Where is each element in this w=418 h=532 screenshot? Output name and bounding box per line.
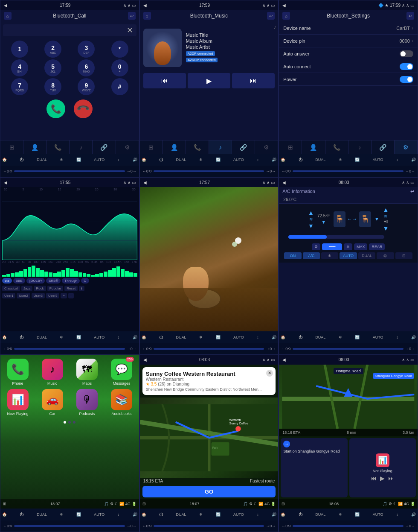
- c5-fan[interactable]: 🔄: [216, 335, 221, 339]
- c4-vol[interactable]: 🔊: [133, 335, 137, 339]
- back-arrow-5[interactable]: ◀: [143, 180, 147, 185]
- nav-apps-3[interactable]: ⊞: [279, 140, 302, 154]
- c7-vent[interactable]: ↕: [118, 512, 120, 517]
- c3-fan[interactable]: 🔄: [355, 158, 360, 162]
- app-maps[interactable]: 🗺 Maps: [71, 359, 102, 386]
- c9-vent[interactable]: ↕: [396, 512, 398, 517]
- c6-vol[interactable]: 🔊: [411, 335, 416, 339]
- next-btn[interactable]: ⏭: [232, 73, 275, 88]
- auto-answer-toggle[interactable]: [400, 50, 413, 57]
- mode-popular[interactable]: Popular: [47, 286, 64, 291]
- dial-6[interactable]: 6MNO: [78, 59, 95, 76]
- nav-phone-2[interactable]: 📞: [186, 140, 209, 154]
- dial-1[interactable]: 1: [11, 41, 28, 58]
- c6-vent[interactable]: ↕: [396, 335, 398, 339]
- mode-rock[interactable]: Rock: [34, 286, 46, 291]
- c9-ac[interactable]: ❄: [339, 512, 342, 517]
- mode-classical[interactable]: Classical: [2, 286, 20, 291]
- c2-ac[interactable]: ❄: [199, 158, 203, 162]
- nav-link[interactable]: 🔗: [93, 140, 116, 154]
- np-prev[interactable]: ⏮: [371, 475, 377, 482]
- mode-remove[interactable]: -: [68, 293, 74, 298]
- dial-8[interactable]: 8TUV: [44, 78, 61, 95]
- c8-ac[interactable]: ❄: [199, 512, 203, 517]
- nav-close-btn[interactable]: ✕: [266, 370, 273, 377]
- c2-vent[interactable]: ↕: [257, 158, 259, 162]
- c7-fan[interactable]: 🔄: [76, 512, 81, 517]
- climate-ac[interactable]: ❄: [60, 158, 63, 162]
- nav-grid-icon[interactable]: ⊞: [142, 502, 146, 506]
- mode-info[interactable]: ℹ: [79, 286, 84, 291]
- c8-fan[interactable]: 🔄: [216, 512, 221, 517]
- app-nowplaying[interactable]: 📊 Now Playing: [2, 389, 33, 416]
- nav-apps[interactable]: ⊞: [0, 140, 23, 154]
- device-name-row[interactable]: Device name CarBT ›: [279, 22, 418, 35]
- nav-settings-3[interactable]: ⚙: [395, 140, 418, 154]
- preset-through[interactable]: Through: [62, 278, 80, 284]
- climate-home[interactable]: 🏠: [2, 158, 7, 162]
- back-arrow-6[interactable]: ◀: [282, 180, 286, 185]
- c8-vent[interactable]: ↕: [257, 512, 259, 517]
- map-view[interactable]: Sunny Coffee Western Park: [140, 398, 279, 478]
- hangup-btn[interactable]: 📞: [70, 96, 96, 122]
- c3-power[interactable]: ⏻: [299, 158, 302, 162]
- app-podcasts[interactable]: 🎙 Podcasts: [71, 389, 102, 416]
- c9-power[interactable]: ⏻: [299, 512, 302, 517]
- c2-power[interactable]: ⏻: [159, 158, 163, 162]
- ac-auto-btn[interactable]: AUTO: [340, 252, 357, 259]
- dial-2[interactable]: 2ABC: [44, 41, 61, 58]
- c3-home[interactable]: 🏠: [281, 158, 285, 162]
- nav-music[interactable]: ♪: [70, 140, 93, 154]
- c8-power[interactable]: ⏻: [159, 512, 163, 517]
- temp-slider[interactable]: [14, 170, 125, 172]
- c5-power[interactable]: ⏻: [159, 335, 163, 339]
- device-pin-row[interactable]: Device pin 0000 ›: [279, 35, 418, 47]
- nav-settings-2[interactable]: ⚙: [255, 140, 278, 154]
- c8-home[interactable]: 🏠: [142, 512, 146, 517]
- c4-home[interactable]: 🏠: [2, 335, 7, 339]
- dial-3[interactable]: 3DEF: [78, 41, 95, 58]
- c6-home[interactable]: 🏠: [281, 335, 285, 339]
- mode-user3[interactable]: User3: [32, 293, 45, 298]
- back-arrow-4[interactable]: ◀: [4, 180, 7, 185]
- c7-home[interactable]: 🏠: [2, 512, 7, 517]
- home-btn-3[interactable]: ⌂: [282, 12, 290, 20]
- video-content[interactable]: [140, 187, 279, 331]
- c7-vol[interactable]: 🔊: [133, 512, 137, 517]
- home-btn-1[interactable]: ⌂: [4, 12, 12, 20]
- c3-vent[interactable]: ↕: [396, 158, 398, 162]
- mode-jazz[interactable]: Jazz: [21, 286, 32, 291]
- ac-fan-btn[interactable]: ❄: [344, 243, 352, 250]
- preset-srs[interactable]: SRS®: [46, 278, 61, 284]
- c4-vent[interactable]: ↕: [118, 335, 120, 339]
- dial-7[interactable]: 7PQRS: [11, 78, 28, 95]
- nav-phone-3[interactable]: 📞: [325, 140, 348, 154]
- ac-dual-btn[interactable]: DUAL: [358, 252, 375, 259]
- app-phone[interactable]: 📞 Phone: [2, 359, 33, 386]
- mode-user5[interactable]: User5: [46, 293, 59, 298]
- clear-icon[interactable]: ✕: [127, 26, 133, 35]
- dial-9[interactable]: 9WXYZ: [78, 78, 95, 95]
- app-audiobooks[interactable]: 📚 Audiobooks: [106, 389, 137, 416]
- c6-power[interactable]: ⏻: [299, 335, 302, 339]
- c4-fan[interactable]: 🔄: [76, 335, 81, 339]
- c5-home[interactable]: 🏠: [142, 335, 146, 339]
- c4-power[interactable]: ⏻: [20, 335, 23, 339]
- nav-phone[interactable]: 📞: [46, 140, 70, 154]
- play-btn[interactable]: ▶: [188, 73, 230, 88]
- mode-add[interactable]: +: [61, 293, 67, 298]
- app-messages[interactable]: 💬 259 Messages: [106, 359, 137, 386]
- c4-ac[interactable]: ❄: [60, 335, 63, 339]
- back-btn-3[interactable]: ↩: [406, 12, 414, 20]
- dial-4[interactable]: 4GHI: [11, 59, 28, 76]
- c3-vol[interactable]: 🔊: [411, 158, 416, 162]
- ac-gear-btn[interactable]: ⚙: [312, 243, 320, 250]
- nav-link-2[interactable]: 🔗: [232, 140, 255, 154]
- arrow-down-left[interactable]: ▼: [321, 219, 326, 225]
- dial-star[interactable]: *: [111, 41, 128, 58]
- nav-link-3[interactable]: 🔗: [372, 140, 395, 154]
- nav-settings[interactable]: ⚙: [116, 140, 139, 154]
- mode-user1[interactable]: User1: [2, 293, 15, 298]
- ac-back-btn[interactable]: ↩: [410, 189, 414, 194]
- np-play[interactable]: ▶: [380, 475, 385, 482]
